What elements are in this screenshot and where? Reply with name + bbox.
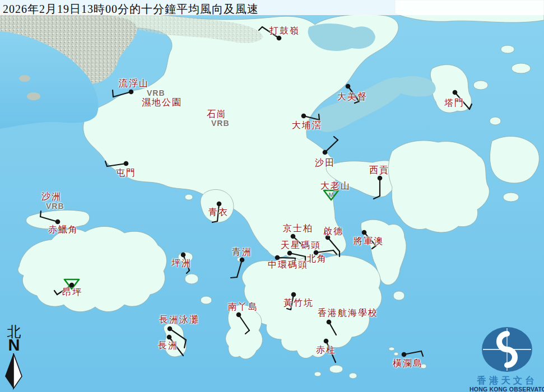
station-dot [453, 90, 458, 95]
wind-barb [469, 104, 472, 109]
station-dot [378, 176, 383, 181]
station-label: 屯門 [116, 169, 136, 178]
station-dot [277, 36, 282, 41]
station-dot [168, 326, 173, 332]
wind-barb [187, 270, 189, 273]
station-label: 京士柏 [283, 224, 313, 233]
station-dot [181, 253, 186, 258]
station-label: 沙洲 [41, 192, 62, 201]
wind-barb [304, 116, 319, 120]
map-title: 2026年2月19日13時00分的十分鐘平均風向及風速 [3, 2, 259, 17]
station-dot [291, 292, 296, 297]
stations-layer: M [0, 0, 544, 392]
station-label: 赤柱 [316, 346, 336, 354]
station-dot [240, 258, 245, 263]
hko-logo-icon [469, 326, 544, 373]
wind-barb [231, 277, 237, 278]
north-compass: 北 N [2, 325, 26, 392]
station-dot [362, 230, 367, 235]
station-dot [55, 220, 61, 225]
wind-barb [372, 246, 376, 249]
wind-barb [319, 114, 319, 120]
station-dot [124, 161, 129, 166]
station-label: 天星碼頭 [281, 241, 321, 250]
station-dot [323, 150, 328, 155]
hko-name-english: HONG KONG OBSERVATORY [469, 386, 544, 392]
wind-barb [404, 351, 421, 354]
vrb-indicator: VRB [147, 89, 165, 97]
hko-name-chinese: 香港天文台 [469, 376, 544, 386]
station-dot [217, 202, 222, 207]
wind-barb [107, 164, 126, 166]
wind-barb [421, 351, 423, 356]
station-label: 塔門 [444, 99, 464, 108]
wind-barb [113, 92, 131, 97]
wind-barb [40, 211, 41, 217]
station-label: 昂坪 [62, 288, 82, 297]
missing-data-marker: M [328, 192, 333, 198]
wind-barb [245, 330, 249, 334]
station-label: 西貢 [369, 166, 389, 175]
station-label: 流浮山 [119, 79, 149, 88]
station-label: 青洲 [232, 248, 252, 256]
station-label: 南丫島 [228, 302, 258, 311]
wind-barb [40, 217, 58, 222]
wind-barb [325, 140, 338, 152]
wind-barb [333, 250, 337, 254]
station-dot [167, 335, 172, 340]
vrb-indicator: VRB [46, 202, 64, 210]
wind-barb [374, 196, 380, 199]
station-label: 香港航海學校 [318, 309, 378, 318]
station-dot [324, 339, 329, 344]
wind-barb [328, 237, 340, 251]
station-label: 將軍澳 [354, 237, 384, 246]
station-label: 長洲 [158, 341, 178, 350]
wind-barb [54, 291, 57, 295]
station-dot [69, 283, 75, 288]
station-dot [301, 114, 306, 119]
station-dot [346, 84, 351, 89]
station-label: 坪洲 [171, 259, 192, 268]
station-label: 石崗 [207, 110, 227, 119]
wind-barb [113, 90, 113, 97]
wind-barb [237, 260, 242, 277]
station-label: 大埔滘 [292, 121, 322, 130]
wind-barb [334, 137, 338, 140]
vrb-indicator: VRB [211, 119, 230, 127]
wind-barb [277, 258, 295, 258]
station-dot [275, 255, 280, 260]
station-label: 沙田 [315, 158, 335, 167]
wind-barb [259, 27, 262, 30]
station-label: 打鼓嶺 [269, 26, 300, 35]
station-label: 黃竹坑 [283, 298, 314, 307]
station-label: 赤鱲角 [48, 225, 78, 234]
wind-barb [105, 161, 107, 166]
wind-barb [239, 315, 249, 330]
north-letter-label: N [2, 338, 26, 352]
station-label: 長洲泳灘 [159, 315, 199, 324]
wind-barb [212, 221, 217, 222]
hko-logo: 香港天文台 HONG KONG OBSERVATORY [469, 326, 544, 392]
station-label: 青衣 [208, 208, 229, 217]
station-dot [129, 90, 134, 95]
wind-barb [287, 309, 291, 310]
station-label: 大美督 [337, 92, 368, 101]
station-label: 橫瀾島 [393, 359, 423, 368]
station-dot [327, 320, 332, 325]
station-dot [236, 312, 241, 318]
wind-map-screen: M 打鼓嶺流浮山濕地公園VRB石崗VRB大美督塔門大埔滘沙田西貢大老山屯門沙洲V… [0, 0, 544, 392]
wind-barb [355, 101, 359, 103]
station-dot [402, 352, 407, 357]
station-label: 大老山 [320, 181, 351, 190]
station-dot [291, 234, 296, 239]
north-arrow-icon [2, 352, 26, 390]
station-label: 濕地公園 [142, 98, 182, 107]
wind-barb [316, 250, 333, 253]
station-dot [287, 251, 292, 256]
station-label: 中環碼頭 [268, 260, 308, 269]
station-label: 北角 [307, 254, 327, 263]
station-label: 啟德 [323, 227, 343, 236]
